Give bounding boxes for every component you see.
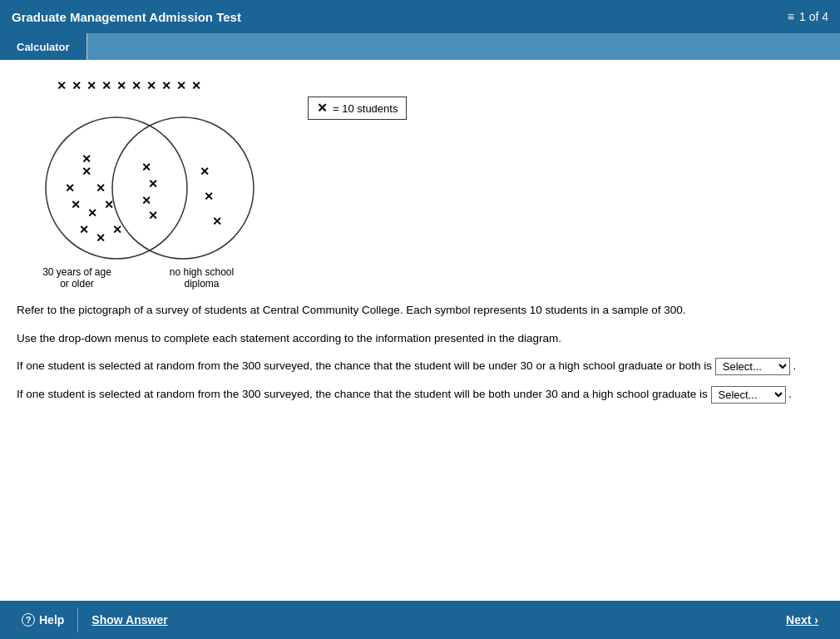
svg-text:✕: ✕ [116,80,126,92]
svg-text:✕: ✕ [161,80,171,92]
svg-text:✕: ✕ [86,80,96,92]
p2-text: Use the drop-down menus to complete each… [17,332,561,344]
dropdown-2[interactable]: Select... 1/6 1/3 2/3 5/6 [711,386,786,404]
p3-after: . [793,359,797,372]
tab-bar: Calculator [0,33,840,60]
next-button[interactable]: Next › [773,607,832,633]
svg-text:✕: ✕ [96,182,106,195]
app-header: Graduate Management Admission Test ≡ 1 o… [0,0,840,33]
svg-text:✕: ✕ [148,210,158,222]
footer: ? Help Show Answer Next › [0,601,840,639]
svg-text:✕: ✕ [141,195,151,207]
svg-text:✕: ✕ [146,80,156,92]
svg-text:✕: ✕ [191,80,201,92]
svg-text:✕: ✕ [82,166,91,178]
paragraph-1: Refer to the pictograph of a survey of s… [17,301,823,320]
svg-text:✕: ✕ [82,153,91,166]
app-title: Graduate Management Admission Test [12,10,241,24]
svg-text:✕: ✕ [204,191,214,203]
content-text: Refer to the pictograph of a survey of s… [17,301,823,404]
left-circle-label: 30 years of ageor older [32,266,123,290]
paragraph-4: If one student is selected at random fro… [17,385,823,404]
right-circle-label: no high schooldiploma [152,266,252,290]
legend-text: = 10 students [333,102,398,115]
venn-diagram: ✕ ✕ ✕ ✕ ✕ ✕ ✕ ✕ ✕ ✕ ✕ ✕ [17,72,283,263]
progress-text: 1 of 4 [799,10,828,23]
svg-text:✕: ✕ [212,215,222,228]
svg-text:✕: ✕ [101,80,111,92]
tab-calculator[interactable]: Calculator [0,33,87,60]
svg-text:✕: ✕ [148,178,158,191]
main-content: ✕ ✕ ✕ ✕ ✕ ✕ ✕ ✕ ✕ ✕ ✕ ✕ [0,60,840,601]
show-answer-button[interactable]: Show Answer [78,607,180,633]
svg-text:✕: ✕ [112,224,122,236]
svg-text:✕: ✕ [87,207,97,220]
paragraph-3: If one student is selected at random fro… [17,357,823,375]
svg-text:✕: ✕ [176,80,186,92]
svg-text:✕: ✕ [71,199,81,211]
progress-icon: ≡ [788,10,794,23]
help-icon: ? [22,613,35,627]
p3-before: If one student is selected at random fro… [17,359,712,372]
svg-text:✕: ✕ [96,232,106,245]
svg-text:✕: ✕ [79,224,89,236]
svg-text:✕: ✕ [104,199,114,211]
svg-point-11 [112,117,254,259]
venn-svg: ✕ ✕ ✕ ✕ ✕ ✕ ✕ ✕ ✕ ✕ ✕ ✕ [17,72,283,263]
help-button[interactable]: ? Help [8,607,77,633]
svg-text:✕: ✕ [131,80,141,92]
venn-labels: 30 years of ageor older no high schooldi… [17,266,266,290]
legend-symbol: ✕ [317,101,328,116]
svg-text:✕: ✕ [57,80,67,92]
dropdown-1[interactable]: Select... 1/6 1/3 2/3 5/6 [715,358,790,375]
p4-after: . [788,388,792,400]
progress-indicator: ≡ 1 of 4 [788,10,828,23]
footer-left: ? Help Show Answer [8,607,181,633]
svg-text:✕: ✕ [141,161,151,174]
legend-box: ✕ = 10 students [308,97,407,120]
paragraph-2: Use the drop-down menus to complete each… [17,329,823,348]
svg-text:✕: ✕ [72,80,82,92]
svg-text:✕: ✕ [65,182,75,195]
diagram-area: ✕ ✕ ✕ ✕ ✕ ✕ ✕ ✕ ✕ ✕ ✕ ✕ [17,72,823,290]
p4-before: If one student is selected at random fro… [17,388,708,400]
svg-text:✕: ✕ [200,166,210,178]
help-label: Help [39,613,64,627]
p1-text: Refer to the pictograph of a survey of s… [17,304,685,316]
